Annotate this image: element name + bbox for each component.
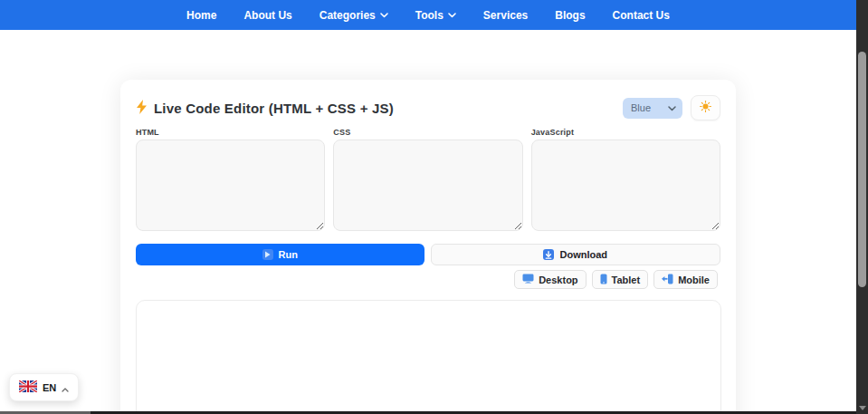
page: Home About Us Categories Tools Services … [0,0,868,414]
tablet-view-button[interactable]: Tablet [592,270,649,289]
nav-label: Home [186,9,216,22]
mobile-button-label: Mobile [678,274,710,285]
nav-label: Contact Us [613,9,670,22]
nav-item-about-us[interactable]: About Us [243,9,291,22]
mobile-view-button[interactable]: Mobile [653,270,718,289]
nav-item-blogs[interactable]: Blogs [555,9,585,22]
page-title: Live Code Editor (HTML + CSS + JS) [136,100,394,117]
run-button[interactable]: Run [136,244,424,265]
vertical-scrollbar-thumb[interactable] [858,52,866,287]
css-code-input[interactable] [333,140,522,231]
download-icon [543,249,554,260]
language-code-label: EN [43,382,56,393]
nav-label: Categories [320,9,376,22]
card-header: Live Code Editor (HTML + CSS + JS) Blue [136,95,720,120]
device-preview-buttons: Desktop Tablet [136,270,718,289]
action-buttons-row: Run Download [136,244,720,265]
mobile-phone-arrow-icon [662,274,673,286]
top-navbar: Home About Us Categories Tools Services … [0,0,856,30]
javascript-pane: JavaScript [531,128,720,231]
play-icon [262,249,273,260]
sun-icon [700,101,711,115]
language-selector[interactable]: EN [9,373,79,401]
theme-toggle-button[interactable] [691,95,720,120]
header-controls: Blue [623,95,720,120]
chevron-down-icon [380,13,388,18]
nav-item-services[interactable]: Services [483,9,528,22]
preview-output-pane [136,300,721,414]
html-pane: HTML [136,128,325,231]
lightning-bolt-icon [136,100,148,117]
scrollbar-down-arrow-icon[interactable] [859,406,866,410]
chevron-down-icon [668,102,676,113]
css-pane-label: CSS [333,128,522,137]
html-code-input[interactable] [136,140,325,231]
download-button[interactable]: Download [431,244,721,265]
javascript-pane-label: JavaScript [531,128,720,137]
nav-item-tools[interactable]: Tools [415,9,456,22]
nav-label: Blogs [555,9,585,22]
uk-flag-icon [19,380,37,396]
nav-item-categories[interactable]: Categories [320,9,388,22]
page-title-text: Live Code Editor (HTML + CSS + JS) [154,101,394,116]
nav-label: About Us [243,9,291,22]
tablet-button-label: Tablet [612,274,641,285]
vertical-scrollbar[interactable] [856,0,868,414]
theme-select-value: Blue [631,102,651,113]
desktop-monitor-icon [522,274,534,285]
chevron-down-icon [448,13,456,18]
html-pane-label: HTML [136,128,325,137]
nav-item-home[interactable]: Home [186,9,216,22]
run-button-label: Run [279,249,298,260]
css-pane: CSS [333,128,522,231]
desktop-view-button[interactable]: Desktop [514,270,586,289]
editor-panes: HTML CSS JavaScript [136,128,720,231]
theme-select[interactable]: Blue [623,98,682,119]
desktop-button-label: Desktop [539,274,577,285]
download-button-label: Download [559,249,607,260]
tablet-icon [600,274,607,286]
nav-label: Tools [415,9,444,22]
nav-label: Services [483,9,528,22]
javascript-code-input[interactable] [531,140,720,231]
nav-item-contact-us[interactable]: Contact Us [613,9,670,22]
live-code-editor-card: Live Code Editor (HTML + CSS + JS) Blue [120,80,736,414]
chevron-up-icon [62,380,69,396]
